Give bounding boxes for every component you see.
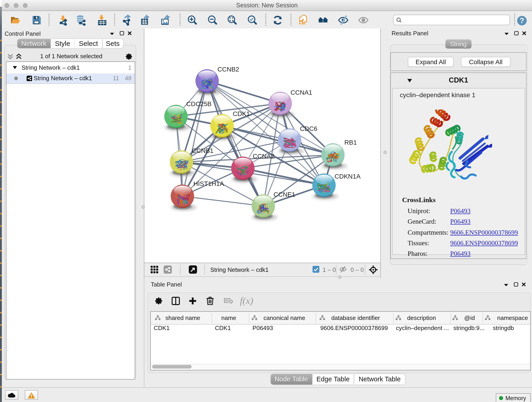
svg-text:CDKN1A: CDKN1A xyxy=(335,173,361,180)
svg-text:CDC25B: CDC25B xyxy=(186,100,211,108)
svg-text:CCNA2: CCNA2 xyxy=(253,153,274,160)
svg-text:HIST1H1A: HIST1H1A xyxy=(193,180,224,187)
svg-text:?: ? xyxy=(519,16,524,25)
svg-text:CDC6: CDC6 xyxy=(300,125,317,132)
svg-text:CCNE1: CCNE1 xyxy=(273,191,295,198)
svg-text:CCNB2: CCNB2 xyxy=(217,66,239,73)
svg-text:RB1: RB1 xyxy=(344,139,357,146)
svg-text:CCNB1: CCNB1 xyxy=(192,147,214,154)
svg-text:CCNA1: CCNA1 xyxy=(291,89,312,96)
svg-text:CDK1: CDK1 xyxy=(233,110,250,117)
